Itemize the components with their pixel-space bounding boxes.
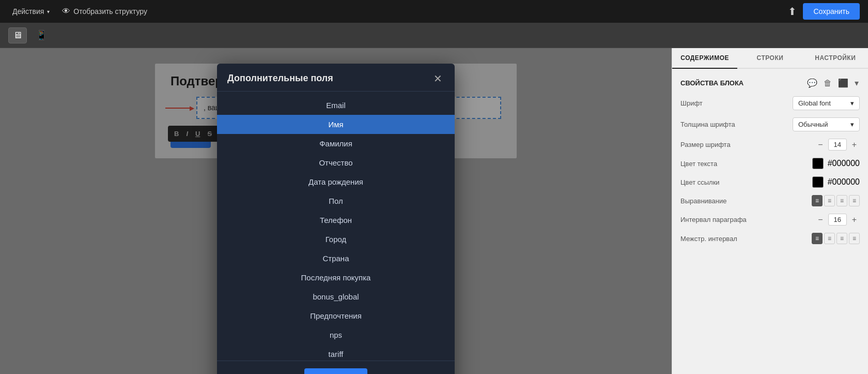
topbar: Действия ▾ 👁 Отобразить структуру ⬆ Сохр… — [0, 0, 868, 23]
modal-item-email[interactable]: Email — [217, 96, 455, 115]
topbar-left: Действия ▾ 👁 Отобразить структуру — [8, 5, 151, 18]
modal-item-bonus_global[interactable]: bonus_global — [217, 287, 455, 306]
modal-footer: Закрыть — [217, 361, 455, 374]
link-color-hex: #000000 — [828, 177, 860, 187]
link-color-row: Цвет ссылки #000000 — [680, 176, 860, 188]
align-left-button[interactable]: ≡ — [812, 195, 823, 206]
panel-tabs: СодержимоеСтрокиНастройки — [672, 48, 868, 69]
modal-title: Дополнительные поля — [227, 73, 333, 84]
font-size-label: Размер шрифта — [680, 141, 731, 148]
link-color-label: Цвет ссылки — [680, 178, 720, 186]
view-structure-label: Отобразить структуру — [73, 7, 147, 16]
expand-icon[interactable]: ▾ — [854, 77, 860, 89]
modal-item-patronymic[interactable]: Отчество — [217, 153, 455, 172]
line-spacing-row: Межстр. интервал ≡ ≡ ≡ ≡ — [680, 233, 860, 244]
mobile-icon: 📱 — [36, 30, 47, 40]
font-weight-label: Толщина шрифта — [680, 121, 735, 128]
font-weight-select[interactable]: Обычный ▾ — [793, 117, 860, 131]
modal-item-phone[interactable]: Телефон — [217, 211, 455, 230]
modal-item-tariff[interactable]: tariff — [217, 345, 455, 361]
actions-label: Действия — [12, 7, 44, 16]
modal-dialog: Дополнительные поля ✕ EmailИмяФамилияОтч… — [217, 64, 455, 374]
font-label: Шрифт — [680, 99, 703, 107]
modal-item-preferences[interactable]: Предпочтения — [217, 306, 455, 325]
align-controls: ≡ ≡ ≡ ≡ — [812, 195, 860, 206]
font-value: Global font — [798, 99, 831, 107]
align-label: Выравнивание — [680, 197, 726, 205]
modal-item-gender[interactable]: Пол — [217, 191, 455, 211]
paragraph-spacing-value: 16 — [828, 214, 847, 226]
font-size-value: 14 — [828, 139, 847, 151]
modal-item-last_purchase[interactable]: Последняя покупка — [217, 268, 455, 287]
paragraph-spacing-decrease[interactable]: − — [815, 214, 826, 226]
device-bar: 🖥 📱 — [0, 23, 868, 48]
view-structure-button[interactable]: 👁 Отобразить структуру — [58, 5, 151, 18]
panel-body: Свойства блока 💬 🗑 ⬛ ▾ Шрифт Global font… — [672, 69, 868, 260]
section-title-text: Свойства блока — [680, 79, 743, 87]
font-size-row: Размер шрифта − 14 + — [680, 139, 860, 151]
tab-rows[interactable]: Строки — [737, 48, 802, 69]
modal-item-city[interactable]: Город — [217, 230, 455, 249]
modal-item-birthdate[interactable]: Дата рождения — [217, 172, 455, 191]
align-row: Выравнивание ≡ ≡ ≡ ≡ — [680, 195, 860, 206]
panel-section-title: Свойства блока 💬 🗑 ⬛ ▾ — [680, 77, 860, 89]
cloud-upload-icon[interactable]: ⬆ — [788, 5, 797, 18]
text-color-swatch[interactable] — [812, 158, 824, 169]
paragraph-spacing-control: − 16 + — [815, 214, 860, 226]
font-select[interactable]: Global font ▾ — [793, 96, 860, 110]
chevron-down-icon: ▾ — [47, 9, 50, 14]
line-spacing-2[interactable]: ≡ — [824, 233, 835, 244]
actions-button[interactable]: Действия ▾ — [8, 5, 54, 18]
modal-item-name[interactable]: Имя — [217, 115, 455, 134]
save-button[interactable]: Сохранить — [803, 3, 860, 20]
modal-overlay: Дополнительные поля ✕ EmailИмяФамилияОтч… — [0, 48, 672, 374]
align-right-button[interactable]: ≡ — [836, 195, 847, 206]
text-color-control[interactable]: #000000 — [812, 158, 860, 169]
font-size-control: − 14 + — [815, 139, 860, 151]
panel-action-icons: 💬 🗑 ⬛ ▾ — [806, 77, 860, 89]
line-spacing-1[interactable]: ≡ — [812, 233, 823, 244]
text-color-label: Цвет текста — [680, 160, 717, 168]
editor-area: Подтвердите подп... ▶ , ваш адрес Email … — [0, 48, 672, 374]
font-dropdown-icon: ▾ — [850, 99, 854, 107]
align-center-button[interactable]: ≡ — [824, 195, 835, 206]
modal-item-nps[interactable]: nps — [217, 325, 455, 345]
modal-close-footer-button[interactable]: Закрыть — [304, 368, 367, 374]
line-spacing-3[interactable]: ≡ — [836, 233, 847, 244]
line-spacing-label: Межстр. интервал — [680, 235, 737, 243]
tab-settings[interactable]: Настройки — [803, 48, 868, 69]
link-color-control[interactable]: #000000 — [812, 176, 860, 188]
paragraph-spacing-label: Интервал параграфа — [680, 216, 747, 223]
font-row: Шрифт Global font ▾ — [680, 96, 860, 110]
right-panel: СодержимоеСтрокиНастройки Свойства блока… — [672, 48, 868, 374]
text-color-hex: #000000 — [828, 159, 860, 168]
font-weight-row: Толщина шрифта Обычный ▾ — [680, 117, 860, 131]
modal-close-button[interactable]: ✕ — [431, 73, 444, 84]
comment-icon[interactable]: 💬 — [806, 77, 818, 89]
paragraph-spacing-increase[interactable]: + — [849, 214, 860, 226]
font-weight-dropdown-icon: ▾ — [850, 121, 854, 128]
link-color-swatch[interactable] — [812, 176, 824, 188]
modal-item-country[interactable]: Страна — [217, 249, 455, 268]
font-size-increase[interactable]: + — [849, 139, 860, 151]
eye-icon: 👁 — [62, 7, 70, 16]
text-color-row: Цвет текста #000000 — [680, 158, 860, 169]
topbar-right: ⬆ Сохранить — [788, 3, 860, 20]
modal-header: Дополнительные поля ✕ — [217, 64, 455, 92]
delete-icon[interactable]: 🗑 — [823, 78, 833, 89]
desktop-icon: 🖥 — [13, 30, 22, 40]
mobile-view-button[interactable]: 📱 — [31, 27, 52, 43]
line-spacing-controls: ≡ ≡ ≡ ≡ — [812, 233, 860, 244]
desktop-view-button[interactable]: 🖥 — [8, 27, 27, 43]
modal-list[interactable]: EmailИмяФамилияОтчествоДата рожденияПолТ… — [217, 92, 455, 361]
line-spacing-4[interactable]: ≡ — [849, 233, 860, 244]
paragraph-spacing-row: Интервал параграфа − 16 + — [680, 214, 860, 226]
modal-item-surname[interactable]: Фамилия — [217, 134, 455, 153]
tab-content[interactable]: Содержимое — [672, 48, 737, 69]
font-weight-value: Обычный — [798, 121, 828, 128]
main-area: Подтвердите подп... ▶ , ваш адрес Email … — [0, 48, 868, 374]
align-justify-button[interactable]: ≡ — [849, 195, 860, 206]
font-size-decrease[interactable]: − — [815, 139, 826, 151]
duplicate-icon[interactable]: ⬛ — [837, 77, 849, 89]
